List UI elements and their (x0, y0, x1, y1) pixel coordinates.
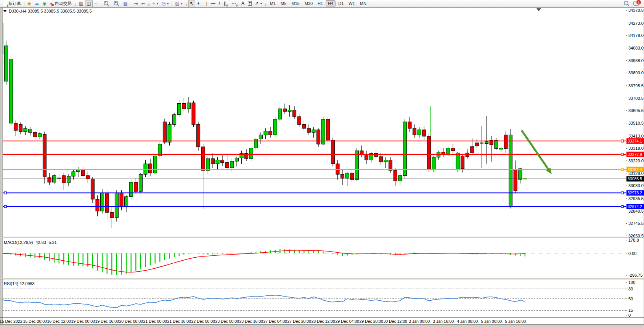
tile-windows-button[interactable]: ▦ (122, 0, 129, 7)
bull-candle (235, 158, 238, 161)
toolbar-separator (203, 1, 203, 6)
dropdown-caret-icon[interactable]: ▾ (157, 2, 158, 5)
doji-candle (480, 143, 483, 143)
bear-candle (293, 110, 296, 117)
bull-candle (254, 139, 258, 148)
text-label-button[interactable]: T (246, 0, 253, 7)
bear-candle (461, 156, 464, 169)
icon-subscript: E (226, 4, 228, 7)
price-tick-label: 32745.5 (628, 221, 644, 226)
line-chart-button[interactable]: ≈ (93, 0, 99, 7)
bear-candle (110, 212, 114, 218)
timeframe-h4[interactable]: H4 (326, 0, 336, 6)
bear-candle (163, 122, 166, 142)
timeframe-w1[interactable]: W1 (346, 0, 357, 6)
toolbar-grip (265, 1, 266, 6)
bull-candle (249, 148, 253, 159)
dropdown-caret-icon[interactable]: ▾ (181, 2, 183, 5)
bull-candle (230, 161, 234, 168)
resistance-line-2-handle[interactable] (621, 153, 623, 155)
timeframe-h1[interactable]: H1 (315, 0, 325, 6)
bull-candle (9, 59, 13, 123)
timeframe-d1[interactable]: D1 (336, 0, 346, 6)
zoom-in-button[interactable]: + (102, 0, 111, 7)
resistance-line-1-handle[interactable] (621, 140, 623, 142)
rsi-tick-label: 80 (628, 287, 633, 291)
timeframe-m5[interactable]: M5 (278, 0, 289, 6)
bear-candle (201, 147, 205, 170)
bull-candle (355, 151, 358, 180)
bear-candle (408, 122, 411, 128)
timeframe-m30[interactable]: M30 (302, 0, 315, 6)
profiles-button[interactable]: ☁ (33, 0, 40, 7)
time-tick-label: 15 Dec 2022 (0, 319, 22, 324)
alerts-button[interactable]: ◉ (41, 0, 48, 7)
bull-candle (264, 131, 267, 135)
bull-candle (519, 169, 522, 180)
bear-candle (182, 104, 186, 109)
vertical-line-button[interactable]: | (205, 0, 209, 7)
bear-candle (365, 155, 368, 160)
bull-candle (38, 134, 42, 137)
auto-scroll-button[interactable]: ⇥ (133, 0, 140, 7)
support-line-1-handle[interactable] (621, 192, 623, 194)
current-price-line-price-tag-text: 33085.5 (628, 176, 642, 181)
time-tick-label: 5 Jan 16:00 (505, 319, 526, 324)
time-tick-label: 3 Jan 00:00 (409, 319, 430, 324)
chart-window[interactable]: 34370.534273.034178.034083.033988.033893… (0, 0, 644, 327)
timeframe-mn[interactable]: MN (358, 0, 369, 6)
trendline-button[interactable]: / (217, 0, 222, 7)
new-order-icon (3, 1, 7, 6)
periods-button[interactable]: ◷▾ (160, 0, 170, 7)
crosshair-button[interactable]: + (196, 0, 201, 7)
fibonacci-button[interactable]: ⋯F (230, 0, 239, 7)
support-line-2-handle[interactable] (621, 205, 623, 208)
support-line-2-handle[interactable] (4, 205, 6, 208)
timeframe-m1[interactable]: M1 (268, 0, 278, 6)
bear-candle (379, 157, 382, 162)
templates-button[interactable]: ▨▾ (173, 0, 184, 7)
toolbar-grip (148, 1, 149, 6)
bear-candle (389, 160, 392, 171)
bear-candle (326, 119, 330, 140)
chart-shift-button[interactable]: ⇤ (140, 0, 147, 7)
cursor-button[interactable]: ↖ (188, 0, 195, 7)
search-button[interactable] (622, 0, 631, 7)
dropdown-caret-icon[interactable]: ▾ (167, 2, 169, 5)
bull-candle (499, 148, 503, 149)
price-tick-label: 33795.5 (628, 83, 644, 88)
bear-candle (221, 160, 224, 163)
bear-candle (451, 148, 454, 151)
equidistant-channel-button[interactable]: ∥E (222, 0, 230, 7)
time-tick-label: 21 Dec 00:00 (143, 319, 167, 324)
notifications-button[interactable]: 1 (632, 0, 643, 7)
bull-candle (129, 182, 133, 197)
price-tick-label: 33893.0 (628, 71, 644, 75)
bear-candle (120, 193, 123, 207)
autotrading-button[interactable]: ●自动交易 (48, 0, 73, 7)
notification-badge: 1 (636, 0, 641, 5)
toolbar-separator (131, 1, 131, 6)
bull-candle (101, 193, 104, 211)
text-button[interactable]: A (240, 0, 246, 7)
chart-styler-button[interactable]: ◆ (26, 0, 32, 7)
mt4-terminal: { "chart_title": { "symbol_period": "DJ3… (0, 0, 644, 327)
pivot-line-handle[interactable] (621, 168, 623, 171)
bar-chart-button[interactable]: ▥ (77, 0, 85, 7)
bull-candle (139, 174, 142, 191)
candlestick-chart-button[interactable]: ◫ (85, 0, 92, 7)
bear-candle (96, 199, 99, 211)
support-line-1-handle[interactable] (4, 192, 6, 194)
zoom-out-button[interactable]: − (112, 0, 121, 7)
bear-candle (134, 182, 138, 191)
horizontal-line-button[interactable]: — (209, 0, 217, 7)
bull-candle (495, 140, 498, 148)
timeframe-m15[interactable]: M15 (289, 0, 302, 6)
dropdown-caret-icon[interactable]: ▾ (260, 2, 262, 5)
bull-candle (173, 115, 176, 125)
arrows-tool-button[interactable]: ↗▾ (254, 0, 263, 7)
bear-candle (504, 135, 507, 148)
new-order-button[interactable]: 新订单 (1, 0, 22, 7)
indicators-button[interactable]: +▾ (151, 0, 160, 7)
bar-chart-icon: ▥ (79, 1, 83, 6)
